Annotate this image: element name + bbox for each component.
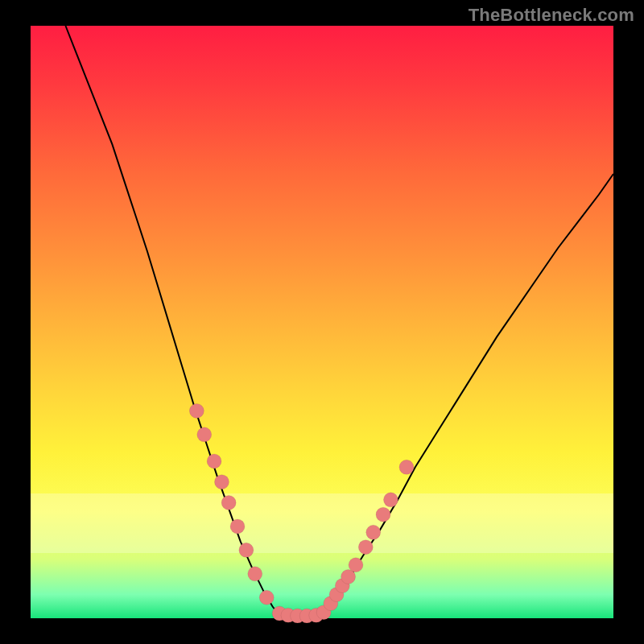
chart-frame: TheBottleneck.com [0, 0, 644, 644]
highlight-dot [358, 540, 373, 555]
highlight-dot [197, 427, 212, 442]
highlight-dot [383, 493, 398, 507]
highlight-dot [376, 507, 390, 522]
highlight-dot [189, 403, 204, 418]
plot-area [31, 26, 613, 618]
highlight-dot [366, 525, 381, 539]
highlight-dot [248, 567, 262, 581]
highlight-dot [349, 558, 363, 572]
highlight-dot [207, 454, 221, 469]
highlight-dot [214, 475, 229, 489]
highlight-dot [221, 495, 236, 510]
highlight-dot [259, 590, 274, 605]
bottleneck-curve [65, 26, 613, 617]
highlight-dot [399, 460, 414, 474]
watermark-text: TheBottleneck.com [469, 5, 634, 26]
highlight-dots [189, 403, 414, 623]
highlight-dot [239, 543, 254, 557]
chart-svg [31, 26, 613, 618]
highlight-dot [230, 519, 245, 534]
